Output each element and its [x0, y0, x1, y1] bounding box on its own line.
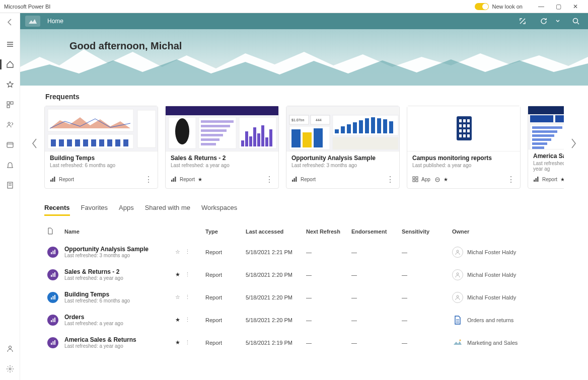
table-row[interactable]: Building Temps Last refreshed: 6 months … [44, 286, 564, 309]
svg-rect-57 [335, 129, 339, 133]
svg-rect-42 [265, 137, 268, 146]
card-more-button[interactable]: ⋮ [144, 175, 153, 184]
svg-rect-113 [54, 295, 55, 299]
carousel-next-button[interactable] [568, 136, 579, 151]
frequent-card[interactable]: Sales & Returns - 2 Last refreshed: a ye… [165, 106, 279, 189]
search-button[interactable] [569, 14, 583, 28]
home-icon[interactable] [3, 57, 17, 71]
row-more-button[interactable]: ⋮ [185, 317, 190, 323]
refresh-button[interactable] [537, 14, 551, 28]
star-icon[interactable]: ★ [198, 177, 202, 182]
cell-endorsement: — [348, 309, 399, 331]
column-header[interactable]: Sensitivity [399, 222, 449, 241]
svg-rect-55 [314, 128, 323, 147]
svg-rect-73 [459, 119, 462, 122]
svg-rect-58 [341, 126, 345, 133]
column-header[interactable]: Owner [449, 222, 564, 241]
cell-sensitivity: — [399, 331, 449, 354]
svg-rect-40 [257, 133, 260, 146]
favorite-toggle[interactable]: ★ [175, 317, 180, 323]
column-header[interactable]: Next Refresh [303, 222, 348, 241]
svg-rect-63 [371, 117, 375, 133]
svg-rect-111 [51, 297, 52, 299]
card-thumbnail: $1.07bn 444 [286, 106, 399, 151]
svg-point-27 [175, 118, 189, 144]
carousel-prev-button[interactable] [29, 136, 40, 151]
new-look-toggle[interactable]: New look on [475, 3, 523, 10]
svg-rect-88 [416, 180, 418, 182]
favorite-toggle[interactable]: ★ [175, 339, 180, 345]
favorite-toggle[interactable]: ☆ [175, 294, 180, 300]
minimize-button[interactable]: — [533, 2, 550, 12]
star-icon[interactable]: ★ [560, 177, 564, 182]
svg-rect-14 [67, 139, 72, 146]
column-header[interactable] [172, 222, 202, 241]
greeting-heading: Good afternoon, Michal [20, 29, 588, 52]
svg-rect-100 [534, 180, 535, 182]
column-header[interactable]: Endorsement [348, 222, 399, 241]
favorite-toggle[interactable]: ★ [175, 271, 180, 277]
tab-shared with me[interactable]: Shared with me [145, 204, 190, 216]
svg-rect-36 [241, 140, 244, 146]
frequent-card[interactable]: $1.07bn 444 Opportunity Analysis Sample … [286, 106, 400, 189]
notifications-icon[interactable] [3, 158, 17, 172]
tab-favorites[interactable]: Favorites [81, 204, 108, 216]
maximize-button[interactable]: ▢ [550, 2, 567, 12]
svg-rect-98 [532, 142, 547, 145]
table-row[interactable]: Orders Last refreshed: a year ago ★ ⋮ Re… [44, 309, 564, 331]
svg-rect-96 [532, 134, 554, 137]
svg-rect-79 [459, 129, 462, 132]
frequent-card[interactable]: Campus monitoring reports Last published… [407, 106, 521, 189]
favorite-toggle[interactable]: ☆ [175, 249, 180, 255]
fullscreen-button[interactable] [516, 14, 530, 28]
card-more-button[interactable]: ⋮ [265, 175, 273, 184]
svg-rect-20 [115, 139, 120, 146]
row-more-button[interactable]: ⋮ [185, 271, 190, 277]
tab-recents[interactable]: Recents [44, 204, 70, 216]
card-thumbnail [528, 106, 564, 149]
frequent-card[interactable]: Building Temps Last refreshed: 6 months … [44, 106, 158, 189]
account-icon[interactable] [3, 342, 17, 356]
svg-rect-99 [532, 146, 544, 149]
svg-rect-94 [532, 126, 562, 129]
svg-rect-78 [467, 124, 470, 127]
svg-rect-75 [467, 119, 470, 122]
card-more-button[interactable]: ⋮ [507, 175, 515, 184]
card-more-button[interactable]: ⋮ [386, 175, 394, 184]
row-more-button[interactable]: ⋮ [185, 339, 190, 345]
svg-rect-43 [269, 129, 272, 146]
refresh-dropdown-icon[interactable] [554, 14, 562, 28]
close-button[interactable]: ✕ [567, 2, 584, 12]
svg-rect-59 [347, 124, 351, 133]
column-header[interactable]: Name [61, 222, 172, 241]
tab-workspaces[interactable]: Workspaces [201, 204, 237, 216]
table-row[interactable]: Opportunity Analysis Sample Last refresh… [44, 241, 564, 263]
back-button[interactable] [3, 15, 17, 29]
row-more-button[interactable]: ⋮ [185, 249, 190, 255]
column-header[interactable] [44, 222, 61, 241]
cell-type: Report [202, 263, 243, 286]
star-icon[interactable]: ★ [444, 177, 448, 182]
row-more-button[interactable]: ⋮ [185, 294, 190, 300]
deployment-pipelines-icon[interactable] [3, 178, 17, 192]
apps-icon[interactable] [3, 98, 17, 112]
table-row[interactable]: America Sales & Returns Last refreshed: … [44, 331, 564, 354]
favorites-icon[interactable] [3, 78, 17, 92]
workspaces-icon[interactable] [3, 138, 17, 152]
svg-rect-119 [52, 341, 53, 345]
workspace-icon [452, 337, 463, 348]
svg-rect-101 [536, 178, 537, 182]
frequent-card[interactable]: America Sales & Last refreshed: a year a… [528, 106, 564, 189]
breadcrumb: Home [47, 18, 63, 25]
column-header[interactable]: Type [202, 222, 243, 241]
tab-apps[interactable]: Apps [119, 204, 134, 216]
svg-rect-15 [75, 139, 80, 146]
hamburger-menu-icon[interactable] [3, 37, 17, 51]
column-header[interactable]: Last accessed [243, 222, 303, 241]
svg-rect-66 [389, 121, 393, 133]
shared-with-me-icon[interactable] [3, 118, 17, 132]
table-row[interactable]: Sales & Returns - 2 Last refreshed: a ye… [44, 263, 564, 286]
svg-point-110 [457, 273, 459, 275]
settings-icon[interactable] [3, 362, 17, 376]
cell-next-refresh: — [303, 286, 348, 309]
